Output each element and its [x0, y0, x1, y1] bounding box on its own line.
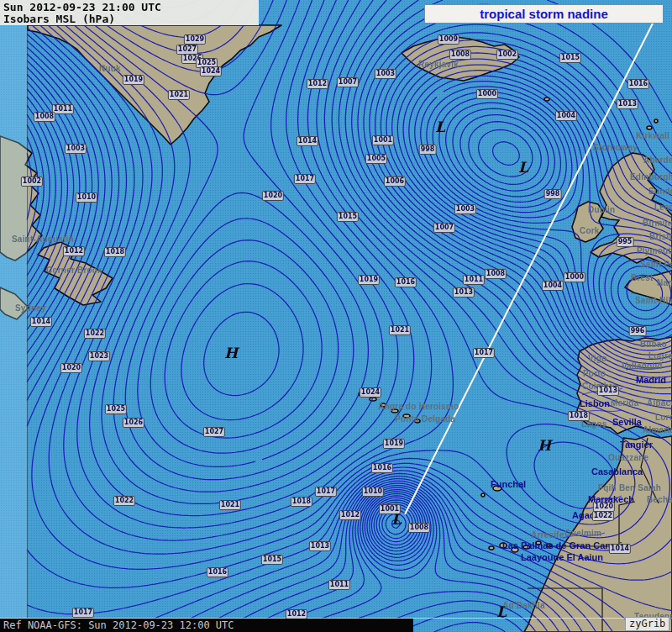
pressure-label: 1023: [88, 351, 110, 361]
pressure-label: 1019: [123, 75, 144, 85]
pressure-label: 1022: [84, 329, 106, 339]
place-label: Albacete: [647, 398, 672, 408]
pressure-label: 996: [629, 326, 647, 336]
place-label: Reykjavik: [418, 60, 459, 69]
pressure-label: 1003: [65, 144, 87, 154]
zygrib-watermark: zyGrib: [625, 617, 669, 631]
pressure-label: 1014: [609, 544, 631, 554]
pressure-label: 1006: [384, 176, 406, 187]
pressure-label: 1026: [123, 418, 144, 428]
pressure-label: 1009: [438, 34, 459, 45]
pressure-label: 1008: [485, 269, 507, 279]
pressure-label: 995: [617, 237, 634, 247]
place-label: Corner Brook: [46, 266, 102, 275]
pressure-label: 1018: [104, 247, 126, 257]
place-label: Porto: [583, 369, 606, 378]
pressure-label: 1008: [34, 112, 55, 122]
pressure-label: 1017: [72, 608, 94, 618]
pressure-label: 1003: [375, 69, 396, 79]
city-label: Casablanca: [591, 466, 643, 477]
city-label: Laayoune El Aaiun: [521, 552, 603, 562]
place-label: Bilbao: [640, 340, 667, 349]
pressure-label: 1011: [463, 275, 485, 285]
low-pressure-marker: L: [391, 511, 402, 528]
pressure-label: 1021: [168, 90, 190, 100]
grid-edge-strip: [0, 25, 27, 619]
place-label: Dublin: [588, 205, 615, 214]
pressure-label: 1002: [21, 176, 43, 187]
pressure-label: 1020: [262, 191, 284, 201]
place-label: Leeds: [654, 203, 672, 212]
pressure-label: 998: [544, 189, 562, 199]
pressure-label: 1022: [592, 511, 614, 521]
place-label: Kirkwall: [636, 131, 669, 140]
place-label: Ponta Delgada: [395, 414, 455, 424]
storm-track-line: [405, 8, 660, 514]
pressure-label: 1015: [559, 53, 581, 63]
place-label: Stornoway: [593, 143, 638, 152]
storm-name-text: tropical storm nadine: [480, 7, 608, 21]
place-label: Lorca: [655, 413, 672, 422]
pressure-label: 1021: [389, 325, 411, 335]
low-pressure-marker: L: [496, 603, 507, 620]
place-label: Vigo: [588, 354, 606, 363]
place-label: Nantes: [657, 278, 672, 287]
low-pressure-marker: L: [435, 118, 445, 135]
pressure-label: 1017: [315, 487, 337, 497]
place-label: Valladolid: [622, 361, 663, 371]
pressure-label: 1007: [337, 77, 359, 87]
pressure-label: 1018: [291, 497, 312, 507]
pressure-label: 1002: [496, 50, 518, 60]
pressure-label: 1015: [337, 212, 359, 222]
pressure-label: 1021: [219, 500, 241, 510]
pressure-label: 1013: [597, 386, 619, 396]
pressure-label: 1017: [294, 174, 316, 184]
place-label: Fqih Ben Salah: [598, 483, 661, 492]
place-label: Logrono: [648, 351, 672, 361]
pressure-label: 1029: [184, 34, 206, 45]
pressure-label: 998: [419, 145, 437, 155]
place-label: Cork: [580, 226, 600, 235]
place-label: Bristol: [649, 232, 672, 241]
place-label: Angra do Heroismo: [378, 402, 459, 411]
place-label: Plymouth: [637, 246, 672, 255]
grid-frame-left: [27, 25, 28, 619]
pressure-label: 1013: [453, 287, 475, 298]
pressure-label: 1016: [395, 277, 417, 287]
pressure-label: 1016: [207, 567, 228, 577]
pressure-label: 1020: [60, 363, 82, 373]
pressure-label: 1003: [454, 204, 476, 214]
place-label: Birmingham: [643, 219, 672, 228]
pressure-label: 1014: [297, 136, 318, 146]
pressure-label: 1024: [360, 387, 381, 398]
place-label: Ad Dakhla: [502, 601, 545, 610]
pressure-label: 1016: [627, 79, 649, 89]
reference-text: Ref NOAA-GFS: Sun 2012-09-23 12:00 UTC: [3, 619, 234, 631]
pressure-label: 1015: [261, 555, 283, 565]
pressure-label: 1024: [200, 66, 222, 76]
city-label: Tangier: [620, 440, 653, 450]
pressure-label: 1008: [449, 50, 471, 60]
high-pressure-marker: H: [224, 345, 238, 361]
pressure-label: 1018: [568, 411, 590, 421]
pressure-label: 1011: [328, 580, 350, 590]
place-label: Saint-Augustin: [12, 234, 74, 244]
pressure-label: 1000: [564, 272, 585, 282]
pressure-label: 1019: [383, 439, 405, 449]
pressure-label: 1014: [30, 317, 52, 327]
pressure-label: 1000: [476, 89, 498, 99]
weather-map[interactable]: 1029102710261025102410211019101110081003…: [0, 0, 672, 632]
pressure-label: 1010: [76, 192, 97, 203]
pressure-label: 1025: [105, 404, 127, 414]
high-pressure-marker: H: [538, 437, 551, 454]
pressure-label: 1012: [63, 246, 85, 256]
pressure-label: 1001: [372, 135, 394, 145]
low-pressure-marker: L: [518, 159, 528, 176]
pressure-label: 1007: [433, 223, 455, 233]
pressure-label: 1027: [203, 427, 225, 437]
place-label: Brest: [631, 273, 654, 282]
place-label: Guelmim: [564, 529, 601, 538]
place-label: Sunderland: [648, 187, 672, 196]
pressure-label: 1008: [408, 523, 430, 533]
place-label: Saint Peter: [640, 260, 672, 269]
